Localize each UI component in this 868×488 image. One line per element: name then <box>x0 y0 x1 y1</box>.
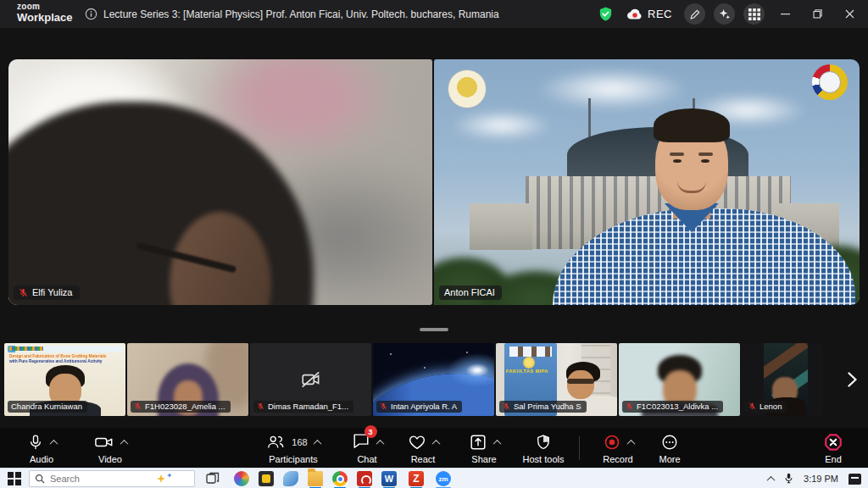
search-icon <box>35 474 45 484</box>
share-button[interactable]: Share <box>458 432 510 464</box>
close-icon <box>845 9 854 19</box>
muted-mic-icon <box>503 402 510 410</box>
tray-microphone-icon[interactable] <box>784 473 793 485</box>
host-tools-shield-icon <box>535 433 552 452</box>
view-layout-button[interactable] <box>743 3 765 25</box>
tile-chandra[interactable]: Design and Fabrication of Bone Grafting … <box>4 343 125 416</box>
heart-react-icon <box>408 433 426 452</box>
taskbar-search-box[interactable] <box>29 470 195 487</box>
tile-aldivka[interactable]: F1C023013_Aldivka ... <box>619 343 740 416</box>
university-emblem-left <box>448 69 487 108</box>
participants-count: 168 <box>292 437 307 447</box>
more-label: More <box>659 454 680 464</box>
ai-companion-button[interactable] <box>714 3 735 25</box>
anton-video-scene <box>434 59 860 305</box>
app-icon-word[interactable]: W <box>381 471 397 486</box>
app-icon-zotero[interactable]: Z <box>409 471 424 486</box>
tile-intan[interactable]: Intan Apriyola R. A <box>373 343 494 416</box>
video-options-caret[interactable] <box>120 439 128 447</box>
end-button[interactable]: End <box>814 432 853 464</box>
video-camera-icon <box>94 433 114 452</box>
host-tools-label: Host tools <box>523 454 565 464</box>
end-meeting-icon <box>824 433 843 452</box>
app-icon-acrobat[interactable] <box>357 471 372 486</box>
chat-options-caret[interactable] <box>376 439 384 447</box>
speaker-name: Elfi Yuliza <box>32 287 73 297</box>
app-icon-chrome[interactable] <box>332 471 348 486</box>
maximize-button[interactable] <box>805 0 829 28</box>
app-icon-file-explorer[interactable] <box>308 471 323 486</box>
tile-lenon[interactable]: Lenon <box>742 343 823 416</box>
tile-dimas[interactable]: Dimas Ramadan_F1... <box>250 343 371 416</box>
minimize-button[interactable] <box>773 0 797 28</box>
logo-text-zoom: zoom <box>17 3 73 11</box>
video-label: Video <box>98 454 122 464</box>
participants-icon <box>266 433 285 452</box>
tile-amelia[interactable]: F1H023028_Amelia ... <box>127 343 248 416</box>
more-button[interactable]: More <box>649 432 690 464</box>
search-input[interactable] <box>50 474 152 484</box>
main-video-elfi[interactable]: Elfi Yuliza <box>8 59 432 305</box>
participant-name-tag: Dimas Ramadan_F1... <box>253 401 353 413</box>
muted-mic-icon <box>19 288 28 297</box>
muted-mic-icon <box>626 402 633 410</box>
chat-button[interactable]: 3 Chat <box>341 432 393 464</box>
participant-name-tag: Chandra Kurniawan <box>8 401 87 413</box>
video-button[interactable]: Video <box>83 432 137 464</box>
fakultas-mipa-banner: FAKULTAS MIPA <box>506 369 567 374</box>
share-options-caret[interactable] <box>492 439 501 447</box>
record-options-caret[interactable] <box>626 439 635 447</box>
participant-filmstrip: Design and Fabrication of Bone Grafting … <box>0 343 868 416</box>
host-tools-button[interactable]: Host tools <box>515 432 571 464</box>
app-icon-zoom[interactable]: zm <box>436 471 451 486</box>
audio-button[interactable]: Audio <box>15 432 68 464</box>
security-shield-icon[interactable] <box>598 6 614 22</box>
task-view-button[interactable] <box>206 472 220 485</box>
virtual-background-banner: Design and Fabrication of Bone Grafting … <box>9 354 125 364</box>
start-button[interactable] <box>8 472 21 485</box>
toolbar-separator <box>579 436 580 460</box>
participants-button[interactable]: 168 Participants <box>253 432 334 464</box>
main-video-anton[interactable]: Anton FICAI <box>434 59 860 305</box>
taskbar-clock[interactable]: 3:19 PM <box>804 474 838 484</box>
info-icon[interactable] <box>85 8 97 20</box>
speaker-name-tag: Anton FICAI <box>439 286 502 300</box>
close-button[interactable] <box>837 0 861 28</box>
maximize-icon <box>813 9 822 19</box>
record-button[interactable]: Record <box>592 432 644 464</box>
grid-view-icon <box>748 8 760 20</box>
microphone-icon <box>27 433 44 452</box>
annotate-button[interactable] <box>684 3 705 25</box>
recording-indicator[interactable]: REC <box>626 8 672 21</box>
react-options-caret[interactable] <box>431 439 440 447</box>
share-screen-icon <box>469 433 487 452</box>
participants-options-caret[interactable] <box>313 439 321 447</box>
meeting-stage: Elfi Yuliza <box>0 28 868 428</box>
app-icon-sticky-notes[interactable] <box>259 471 274 486</box>
participants-label: Participants <box>269 454 317 464</box>
muted-mic-icon <box>380 402 387 410</box>
filmstrip-next-button[interactable] <box>841 369 863 391</box>
tile-sal[interactable]: FAKULTAS MIPA Sal Prima Yudha S <box>496 343 617 416</box>
action-center-icon[interactable] <box>849 474 861 485</box>
react-button[interactable]: React <box>398 432 448 464</box>
rec-label: REC <box>648 8 672 20</box>
chat-label: Chat <box>357 454 376 464</box>
windows-logo-icon <box>8 472 14 478</box>
filmstrip-drag-handle[interactable] <box>420 328 448 331</box>
more-ellipsis-icon <box>660 433 679 452</box>
react-label: React <box>411 454 436 464</box>
app-icon-designer[interactable] <box>234 471 249 486</box>
audio-options-caret[interactable] <box>49 439 58 447</box>
windows-taskbar: W Z zm 3:19 PM <box>0 468 868 488</box>
search-highlights-icon <box>157 474 165 483</box>
participant-name-tag: Lenon <box>745 401 787 413</box>
anton-figure <box>548 110 860 305</box>
sparkle-icon <box>718 8 731 20</box>
app-icon-onedrive[interactable] <box>283 471 298 486</box>
minimize-icon <box>781 9 790 19</box>
cloud-recording-icon <box>626 8 644 21</box>
meeting-title: Lecture Series 3: [Material Physics] Pro… <box>103 8 499 20</box>
hidden-icons-caret[interactable] <box>767 475 776 484</box>
meeting-info: Lecture Series 3: [Material Physics] Pro… <box>85 0 499 28</box>
